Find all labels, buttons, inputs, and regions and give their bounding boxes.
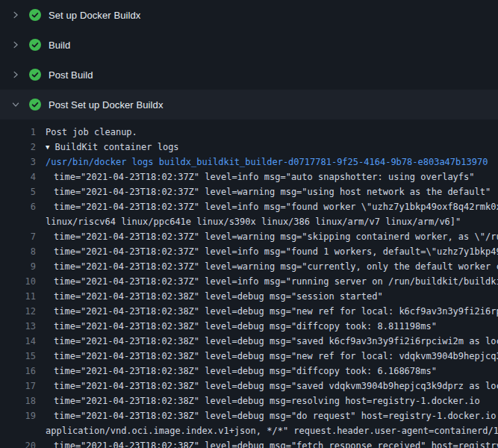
line-number[interactable]: 13 (0, 319, 36, 334)
line-number[interactable]: 9 (0, 259, 36, 274)
log-line: 5time="2021-04-23T18:02:37Z" level=warni… (0, 184, 498, 199)
log-text: time="2021-04-23T18:02:37Z" level=warnin… (54, 261, 498, 272)
line-number[interactable]: 12 (0, 304, 36, 319)
log-text: time="2021-04-23T18:02:38Z" level=debug … (54, 321, 437, 332)
log-text-cell: linux/riscv64 linux/ppc641e linux/s390x … (46, 214, 461, 229)
line-number[interactable]: 17 (0, 379, 36, 393)
line-number[interactable]: 20 (0, 438, 36, 448)
log-text: time="2021-04-23T18:02:38Z" level=debug … (54, 396, 480, 406)
step-header-post-set-up-docker-buildx[interactable]: Post Set up Docker Buildx (0, 90, 498, 119)
log-group-title[interactable]: BuildKit container logs (55, 142, 178, 152)
log-text-cell: time="2021-04-23T18:02:38Z" level=debug … (54, 364, 437, 379)
log-text-cell: Post job cleanup. (46, 125, 137, 140)
log-text: application/vnd.oci.image.index.v1+json,… (46, 426, 498, 436)
chevron-right-icon (10, 39, 22, 51)
log-text: time="2021-04-23T18:02:37Z" level=info m… (54, 276, 498, 287)
step-header-set-up-docker-buildx[interactable]: Set up Docker Buildx (0, 0, 498, 30)
log-text: time="2021-04-23T18:02:38Z" level=debug … (54, 336, 498, 346)
log-line: 17time="2021-04-23T18:02:38Z" level=debu… (0, 379, 498, 393)
log-line: 20time="2021-04-23T18:02:38Z" level=debu… (0, 438, 498, 448)
log-content: 1Post job cleanup.2▼BuildKit container l… (0, 119, 498, 448)
success-check-icon (29, 99, 41, 111)
log-text-cell: time="2021-04-23T18:02:37Z" level=info m… (54, 169, 475, 184)
log-line: 9time="2021-04-23T18:02:37Z" level=warni… (0, 259, 498, 274)
line-number[interactable]: 16 (0, 364, 36, 379)
log-text: linux/riscv64 linux/ppc641e linux/s390x … (46, 217, 461, 227)
log-text-cell: time="2021-04-23T18:02:38Z" level=debug … (54, 334, 498, 349)
step-label: Post Build (49, 69, 93, 81)
log-text-cell: time="2021-04-23T18:02:37Z" level=info m… (54, 274, 498, 289)
log-text-cell: time="2021-04-23T18:02:38Z" level=debug … (54, 349, 498, 364)
line-number[interactable]: 18 (0, 393, 36, 408)
log-text: time="2021-04-23T18:02:37Z" level=info m… (54, 202, 498, 212)
line-number[interactable]: 3 (0, 155, 36, 169)
line-number[interactable]: 5 (0, 184, 36, 199)
chevron-right-icon (10, 69, 22, 81)
line-number[interactable]: 4 (0, 169, 36, 184)
log-line: 10time="2021-04-23T18:02:37Z" level=info… (0, 274, 498, 289)
line-number (0, 423, 36, 438)
log-text-cell: time="2021-04-23T18:02:37Z" level=info m… (54, 199, 498, 214)
line-number[interactable]: 14 (0, 334, 36, 349)
log-text-cell: time="2021-04-23T18:02:37Z" level=warnin… (54, 259, 498, 274)
log-line-continuation: linux/riscv64 linux/ppc641e linux/s390x … (0, 214, 498, 229)
chevron-right-icon (10, 9, 22, 21)
log-text-cell: time="2021-04-23T18:02:38Z" level=debug … (54, 408, 498, 423)
success-check-icon (29, 9, 41, 21)
log-text: time="2021-04-23T18:02:37Z" level=info m… (54, 172, 475, 182)
log-text: time="2021-04-23T18:02:38Z" level=debug … (54, 411, 498, 421)
step-header-post-build[interactable]: Post Build (0, 60, 498, 90)
log-line: 13time="2021-04-23T18:02:38Z" level=debu… (0, 319, 498, 334)
log-text: time="2021-04-23T18:02:37Z" level=warnin… (54, 187, 491, 197)
log-text-cell: time="2021-04-23T18:02:38Z" level=debug … (54, 289, 383, 304)
log-line: 6time="2021-04-23T18:02:37Z" level=info … (0, 199, 498, 214)
log-text: time="2021-04-23T18:02:38Z" level=debug … (54, 441, 498, 448)
log-line: 8time="2021-04-23T18:02:37Z" level=info … (0, 244, 498, 259)
line-number[interactable]: 19 (0, 408, 36, 423)
line-number[interactable]: 6 (0, 199, 36, 214)
log-text-cell: time="2021-04-23T18:02:38Z" level=debug … (54, 379, 498, 393)
log-text-cell: time="2021-04-23T18:02:38Z" level=debug … (54, 319, 437, 334)
line-number[interactable]: 1 (0, 125, 36, 140)
log-line-continuation: application/vnd.oci.image.index.v1+json,… (0, 423, 498, 438)
line-number (0, 214, 36, 229)
success-check-icon (29, 69, 41, 81)
success-check-icon (29, 39, 41, 51)
log-text-cell: time="2021-04-23T18:02:37Z" level=info m… (54, 244, 498, 259)
line-number[interactable]: 8 (0, 244, 36, 259)
log-text-cell: /usr/bin/docker logs buildx_buildkit_bui… (46, 155, 488, 169)
log-text: time="2021-04-23T18:02:38Z" level=debug … (54, 366, 437, 376)
step-label: Build (49, 40, 70, 51)
log-line: 3/usr/bin/docker logs buildx_buildkit_bu… (0, 155, 498, 169)
log-text-cell: time="2021-04-23T18:02:38Z" level=debug … (54, 304, 498, 319)
log-line: 4time="2021-04-23T18:02:37Z" level=info … (0, 169, 498, 184)
log-line: 14time="2021-04-23T18:02:38Z" level=debu… (0, 334, 498, 349)
log-text-cell: ▼BuildKit container logs (46, 140, 179, 155)
log-line: 1Post job cleanup. (0, 125, 498, 140)
step-label: Set up Docker Buildx (49, 10, 140, 21)
log-line: 18time="2021-04-23T18:02:38Z" level=debu… (0, 393, 498, 408)
step-list: Set up Docker BuildxBuildPost BuildPost … (0, 0, 498, 119)
log-text: Post job cleanup. (46, 127, 137, 137)
step-label: Post Set up Docker Buildx (49, 99, 164, 111)
log-text: time="2021-04-23T18:02:38Z" level=debug … (54, 291, 383, 302)
log-text-cell: time="2021-04-23T18:02:37Z" level=warnin… (54, 229, 498, 244)
step-header-build[interactable]: Build (0, 30, 498, 60)
workflow-log-viewer: Set up Docker BuildxBuildPost BuildPost … (0, 0, 498, 448)
log-text: time="2021-04-23T18:02:38Z" level=debug … (54, 351, 498, 361)
chevron-down-icon (10, 99, 22, 111)
log-text-cell: time="2021-04-23T18:02:38Z" level=debug … (54, 393, 480, 408)
log-line: 12time="2021-04-23T18:02:38Z" level=debu… (0, 304, 498, 319)
log-line: 16time="2021-04-23T18:02:38Z" level=debu… (0, 364, 498, 379)
log-line: 7time="2021-04-23T18:02:37Z" level=warni… (0, 229, 498, 244)
log-group-expanded-triangle-icon[interactable]: ▼ (46, 140, 49, 155)
line-number[interactable]: 10 (0, 274, 36, 289)
line-number[interactable]: 11 (0, 289, 36, 304)
log-line: 2▼BuildKit container logs (0, 140, 498, 155)
line-number[interactable]: 15 (0, 349, 36, 364)
line-number[interactable]: 2 (0, 140, 36, 155)
line-number[interactable]: 7 (0, 229, 36, 244)
log-text: time="2021-04-23T18:02:38Z" level=debug … (54, 306, 498, 317)
log-command-text: /usr/bin/docker logs buildx_buildkit_bui… (46, 157, 488, 167)
log-line: 19time="2021-04-23T18:02:38Z" level=debu… (0, 408, 498, 423)
